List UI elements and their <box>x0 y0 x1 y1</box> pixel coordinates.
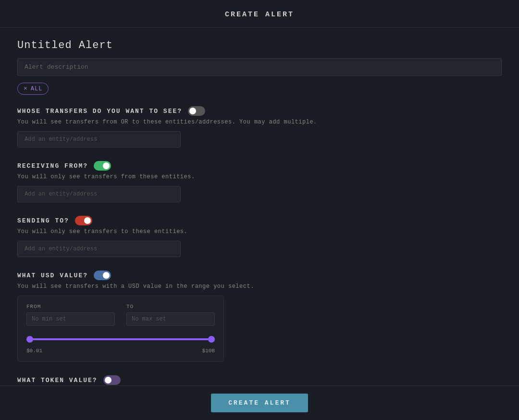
usd-value-desc: You will see transfers with a USD value … <box>17 283 502 290</box>
token-value-title: WHAT TOKEN VALUE? <box>17 377 98 384</box>
page-title: CREATE ALERT <box>225 11 294 19</box>
whose-transfers-input[interactable] <box>17 131 181 148</box>
slider-track <box>26 338 215 340</box>
slider-thumb-max[interactable] <box>208 336 215 343</box>
range-from-col: FROM No min set <box>26 304 115 326</box>
toggle-slider <box>94 161 111 171</box>
receiving-from-header: RECEIVING FROM? <box>17 161 502 171</box>
all-badge-close-icon: × <box>24 85 28 92</box>
token-value-toggle[interactable] <box>103 375 121 385</box>
range-max-label: $10B <box>202 348 215 354</box>
sending-to-section: SENDING TO? You will only see transfers … <box>17 216 502 257</box>
receiving-from-desc: You will only see transfers from these e… <box>17 173 502 180</box>
toggle-slider <box>103 375 121 385</box>
toggle-slider <box>188 106 205 116</box>
range-to-value: No max set <box>126 312 215 326</box>
alert-description-input[interactable] <box>17 58 502 76</box>
range-from-label: FROM <box>26 304 115 309</box>
whose-transfers-section: WHOSE TRANSFERS DO YOU WANT TO SEE? You … <box>17 106 502 148</box>
whose-transfers-title: WHOSE TRANSFERS DO YOU WANT TO SEE? <box>17 108 182 115</box>
slider-thumb-min[interactable] <box>26 336 33 343</box>
range-labels: FROM No min set TO No max set <box>26 304 215 326</box>
range-to-col: TO No max set <box>126 304 215 326</box>
whose-transfers-header: WHOSE TRANSFERS DO YOU WANT TO SEE? <box>17 106 502 116</box>
receiving-from-toggle[interactable] <box>94 161 111 171</box>
toggle-slider <box>75 216 92 225</box>
range-min-label: $0.01 <box>26 348 42 354</box>
all-filter-badge[interactable]: × ALL <box>17 83 49 95</box>
usd-value-section: WHAT USD VALUE? You will see transfers w… <box>17 271 502 362</box>
sending-to-title: SENDING TO? <box>17 217 69 224</box>
whose-transfers-desc: You will see transfers from OR to these … <box>17 119 502 125</box>
receiving-from-title: RECEIVING FROM? <box>17 162 88 170</box>
sending-to-desc: You will only see transfers to these ent… <box>17 228 502 235</box>
token-value-header: WHAT TOKEN VALUE? <box>17 375 502 385</box>
range-min-max: $0.01 $10B <box>26 348 215 354</box>
sending-to-header: SENDING TO? <box>17 216 502 225</box>
main-content: Untitled Alert × ALL WHOSE TRANSFERS DO … <box>0 28 519 420</box>
receiving-from-input[interactable] <box>17 186 181 202</box>
page-header: CREATE ALERT <box>0 0 519 28</box>
bottom-bar: CREATE ALERT <box>0 385 519 420</box>
usd-slider[interactable] <box>26 334 215 344</box>
usd-value-title: WHAT USD VALUE? <box>17 272 88 279</box>
sending-to-toggle[interactable] <box>75 216 92 225</box>
range-from-value: No min set <box>26 312 115 326</box>
usd-range-box: FROM No min set TO No max set $0.01 $10B <box>17 296 224 362</box>
usd-value-header: WHAT USD VALUE? <box>17 271 502 280</box>
sending-to-input[interactable] <box>17 241 181 257</box>
all-badge-label: ALL <box>31 86 43 92</box>
range-to-label: TO <box>126 304 215 309</box>
toggle-slider <box>94 271 111 280</box>
receiving-from-section: RECEIVING FROM? You will only see transf… <box>17 161 502 202</box>
whose-transfers-toggle[interactable] <box>188 106 205 116</box>
usd-value-toggle[interactable] <box>94 271 111 280</box>
alert-title: Untitled Alert <box>17 39 502 51</box>
create-alert-button[interactable]: CREATE ALERT <box>211 394 308 412</box>
